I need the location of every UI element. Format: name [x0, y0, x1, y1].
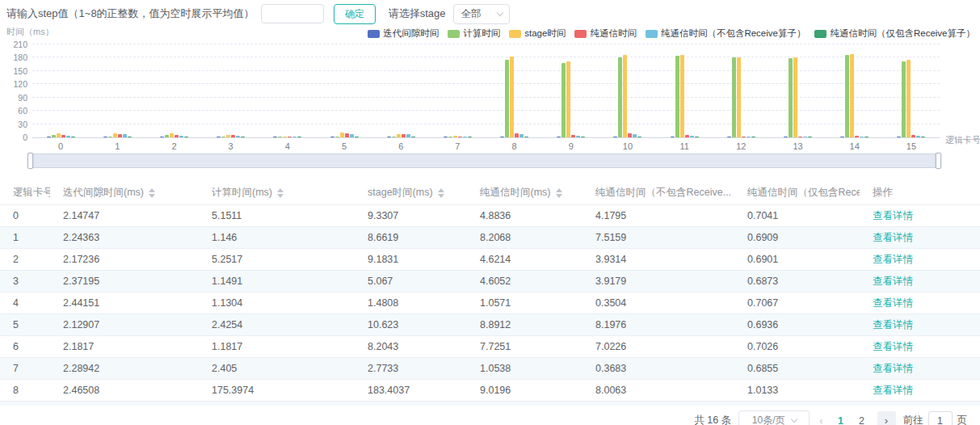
bar[interactable] [61, 135, 65, 137]
bar[interactable] [803, 137, 807, 137]
bar[interactable] [675, 56, 679, 137]
page-size-select[interactable]: 10条/页 [738, 410, 810, 425]
view-details-link[interactable]: 查看详情 [873, 340, 913, 354]
bar[interactable] [623, 55, 627, 137]
sort-icon[interactable] [556, 188, 562, 198]
view-details-link[interactable]: 查看详情 [873, 318, 913, 332]
bar[interactable] [618, 57, 622, 137]
bar[interactable] [566, 61, 570, 137]
sort-desc-icon[interactable] [438, 194, 444, 198]
bar[interactable] [236, 136, 240, 137]
step-input[interactable] [261, 4, 324, 23]
bar[interactable] [850, 54, 854, 137]
bar[interactable] [118, 134, 122, 137]
bar[interactable] [273, 137, 277, 137]
view-details-link[interactable]: 查看详情 [873, 253, 913, 267]
sort-asc-icon[interactable] [438, 188, 444, 192]
bar[interactable] [406, 134, 410, 137]
bar[interactable] [510, 57, 514, 137]
bar[interactable] [680, 55, 684, 137]
view-details-link[interactable]: 查看详情 [873, 231, 913, 245]
page-number[interactable]: 2 [854, 415, 870, 425]
bar[interactable] [864, 137, 869, 137]
bar[interactable] [123, 134, 127, 137]
bar[interactable] [128, 137, 132, 137]
bar[interactable] [66, 136, 70, 137]
legend-item[interactable]: 纯通信时间 [574, 27, 637, 40]
bar[interactable] [184, 137, 188, 137]
bar[interactable] [292, 137, 297, 137]
datazoom-slider[interactable] [29, 154, 940, 168]
stage-select[interactable]: 全部 [453, 4, 510, 24]
bar[interactable] [463, 137, 467, 137]
bar[interactable] [500, 137, 504, 137]
bar[interactable] [685, 135, 689, 137]
bar[interactable] [784, 137, 788, 137]
sort-asc-icon[interactable] [149, 188, 155, 192]
sort-desc-icon[interactable] [556, 194, 562, 198]
column-header[interactable]: 计算时间(ms) [199, 186, 355, 200]
bar[interactable] [747, 137, 751, 137]
bar[interactable] [231, 135, 235, 137]
bar[interactable] [278, 137, 282, 137]
bar[interactable] [217, 137, 221, 137]
sort-asc-icon[interactable] [277, 188, 284, 192]
bar[interactable] [402, 134, 406, 137]
bar[interactable] [906, 60, 911, 137]
bar[interactable] [571, 135, 575, 137]
bar[interactable] [921, 137, 925, 137]
bar[interactable] [444, 137, 448, 137]
next-page-button[interactable]: › [877, 411, 896, 425]
column-header[interactable]: 纯通信时间（仅包含Receive... [734, 186, 860, 200]
bar[interactable] [860, 137, 864, 137]
sort-icon[interactable] [438, 188, 444, 198]
bar[interactable] [576, 136, 580, 137]
bar[interactable] [613, 137, 617, 137]
bar[interactable] [288, 137, 292, 137]
bar[interactable] [448, 137, 452, 137]
bar[interactable] [468, 137, 472, 137]
bar[interactable] [742, 137, 746, 137]
bar[interactable] [562, 63, 566, 137]
bar[interactable] [103, 137, 107, 137]
bar[interactable] [671, 137, 675, 137]
bar[interactable] [57, 133, 61, 137]
bar[interactable] [633, 134, 637, 137]
bar[interactable] [695, 137, 699, 137]
bar[interactable] [515, 133, 519, 137]
bar[interactable] [226, 135, 230, 137]
datazoom-left-handle-icon[interactable] [27, 153, 33, 169]
bar[interactable] [911, 135, 915, 137]
bar[interactable] [524, 137, 528, 137]
bar[interactable] [789, 58, 793, 137]
bar[interactable] [637, 137, 641, 137]
bar[interactable] [581, 137, 585, 137]
bar[interactable] [297, 137, 301, 137]
bar[interactable] [165, 135, 169, 137]
bar[interactable] [52, 135, 56, 137]
bar[interactable] [47, 137, 51, 137]
bar[interactable] [160, 137, 164, 137]
bar[interactable] [71, 137, 75, 137]
bar[interactable] [355, 137, 359, 137]
bar[interactable] [453, 136, 457, 137]
bar[interactable] [340, 133, 344, 137]
view-details-link[interactable]: 查看详情 [873, 362, 913, 376]
bar[interactable] [113, 133, 117, 137]
bar[interactable] [628, 133, 632, 137]
bar[interactable] [845, 55, 849, 137]
bar[interactable] [557, 137, 561, 137]
bar[interactable] [108, 137, 112, 137]
view-details-link[interactable]: 查看详情 [873, 297, 913, 310]
bar[interactable] [345, 133, 349, 137]
bar[interactable] [793, 57, 797, 137]
bar[interactable] [519, 134, 524, 137]
page-number[interactable]: 1 [833, 415, 849, 425]
column-header[interactable]: 纯通信时间(ms) [467, 186, 583, 200]
confirm-button[interactable]: 确定 [334, 4, 376, 24]
bar[interactable] [392, 137, 396, 137]
goto-page-input[interactable] [928, 411, 953, 425]
bar[interactable] [855, 136, 859, 137]
sort-asc-icon[interactable] [556, 188, 562, 192]
legend-item[interactable]: 迭代间隙时间 [368, 27, 439, 40]
